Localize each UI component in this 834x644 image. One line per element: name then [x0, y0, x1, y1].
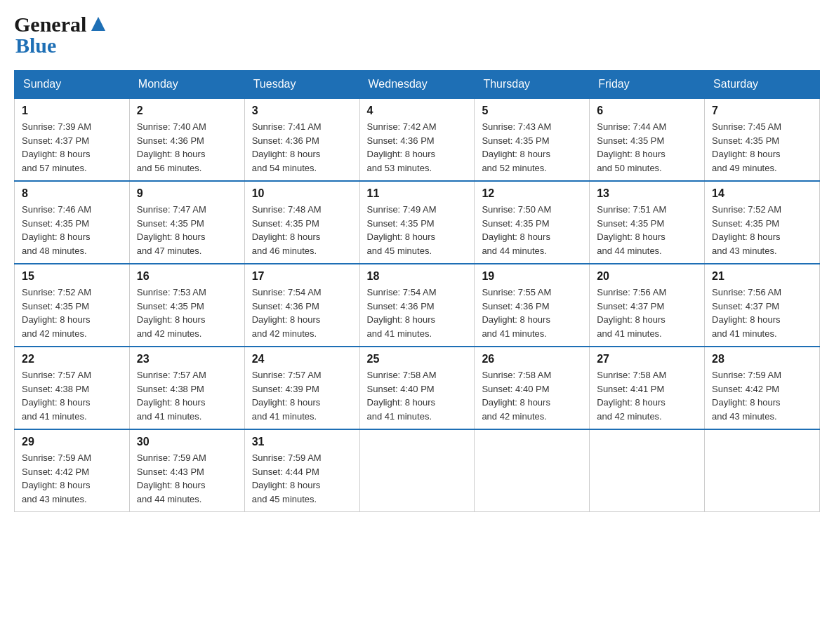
day-number: 1 — [22, 105, 122, 117]
calendar-day-20: 20 Sunrise: 7:56 AMSunset: 4:37 PMDaylig… — [590, 264, 705, 347]
calendar-day-7: 7 Sunrise: 7:45 AMSunset: 4:35 PMDayligh… — [705, 98, 820, 181]
calendar-header-thursday: Thursday — [475, 71, 590, 99]
calendar-day-5: 5 Sunrise: 7:43 AMSunset: 4:35 PMDayligh… — [475, 98, 590, 181]
calendar-header-monday: Monday — [129, 71, 244, 99]
day-info: Sunrise: 7:39 AMSunset: 4:37 PMDaylight:… — [22, 121, 91, 173]
day-number: 31 — [252, 436, 352, 448]
day-info: Sunrise: 7:59 AMSunset: 4:43 PMDaylight:… — [137, 452, 206, 504]
day-info: Sunrise: 7:44 AMSunset: 4:35 PMDaylight:… — [597, 121, 666, 173]
calendar-empty-cell — [705, 429, 820, 512]
calendar-empty-cell — [475, 429, 590, 512]
calendar-day-11: 11 Sunrise: 7:49 AMSunset: 4:35 PMDaylig… — [359, 181, 475, 264]
calendar-week-row: 15 Sunrise: 7:52 AMSunset: 4:35 PMDaylig… — [15, 264, 820, 347]
day-number: 8 — [22, 187, 122, 200]
calendar-day-30: 30 Sunrise: 7:59 AMSunset: 4:43 PMDaylig… — [129, 429, 244, 512]
calendar-day-8: 8 Sunrise: 7:46 AMSunset: 4:35 PMDayligh… — [15, 181, 130, 264]
day-info: Sunrise: 7:52 AMSunset: 4:35 PMDaylight:… — [712, 204, 781, 256]
day-info: Sunrise: 7:48 AMSunset: 4:35 PMDaylight:… — [252, 204, 322, 256]
day-info: Sunrise: 7:41 AMSunset: 4:36 PMDaylight:… — [252, 121, 322, 173]
day-info: Sunrise: 7:57 AMSunset: 4:38 PMDaylight:… — [22, 370, 91, 422]
day-info: Sunrise: 7:57 AMSunset: 4:39 PMDaylight:… — [252, 370, 322, 422]
day-number: 6 — [597, 105, 697, 117]
calendar-empty-cell — [590, 429, 705, 512]
calendar-empty-cell — [359, 429, 475, 512]
calendar-header-saturday: Saturday — [705, 71, 820, 99]
day-info: Sunrise: 7:59 AMSunset: 4:42 PMDaylight:… — [712, 370, 781, 422]
day-number: 2 — [137, 105, 237, 117]
calendar-day-21: 21 Sunrise: 7:56 AMSunset: 4:37 PMDaylig… — [705, 264, 820, 347]
page-header: General Blue — [14, 14, 820, 56]
calendar-header-wednesday: Wednesday — [359, 71, 475, 99]
day-number: 24 — [252, 353, 352, 365]
calendar-day-23: 23 Sunrise: 7:57 AMSunset: 4:38 PMDaylig… — [129, 347, 244, 429]
day-number: 7 — [712, 105, 812, 117]
day-number: 9 — [137, 187, 237, 200]
day-info: Sunrise: 7:59 AMSunset: 4:44 PMDaylight:… — [252, 452, 322, 504]
day-number: 20 — [597, 270, 697, 283]
day-info: Sunrise: 7:47 AMSunset: 4:35 PMDaylight:… — [137, 204, 206, 256]
day-number: 27 — [597, 353, 697, 365]
day-info: Sunrise: 7:43 AMSunset: 4:35 PMDaylight:… — [482, 121, 551, 173]
calendar-day-1: 1 Sunrise: 7:39 AMSunset: 4:37 PMDayligh… — [15, 98, 130, 181]
day-info: Sunrise: 7:56 AMSunset: 4:37 PMDaylight:… — [597, 287, 666, 339]
calendar-day-3: 3 Sunrise: 7:41 AMSunset: 4:36 PMDayligh… — [244, 98, 359, 181]
calendar-day-28: 28 Sunrise: 7:59 AMSunset: 4:42 PMDaylig… — [705, 347, 820, 429]
day-info: Sunrise: 7:58 AMSunset: 4:40 PMDaylight:… — [482, 370, 551, 422]
day-info: Sunrise: 7:57 AMSunset: 4:38 PMDaylight:… — [137, 370, 206, 422]
day-info: Sunrise: 7:53 AMSunset: 4:35 PMDaylight:… — [137, 287, 206, 339]
day-info: Sunrise: 7:54 AMSunset: 4:36 PMDaylight:… — [367, 287, 437, 339]
day-number: 10 — [252, 187, 352, 200]
calendar-day-9: 9 Sunrise: 7:47 AMSunset: 4:35 PMDayligh… — [129, 181, 244, 264]
day-number: 12 — [482, 187, 582, 200]
calendar-day-31: 31 Sunrise: 7:59 AMSunset: 4:44 PMDaylig… — [244, 429, 359, 512]
calendar-day-24: 24 Sunrise: 7:57 AMSunset: 4:39 PMDaylig… — [244, 347, 359, 429]
day-info: Sunrise: 7:49 AMSunset: 4:35 PMDaylight:… — [367, 204, 437, 256]
calendar-day-18: 18 Sunrise: 7:54 AMSunset: 4:36 PMDaylig… — [359, 264, 475, 347]
day-info: Sunrise: 7:59 AMSunset: 4:42 PMDaylight:… — [22, 452, 91, 504]
calendar-day-25: 25 Sunrise: 7:58 AMSunset: 4:40 PMDaylig… — [359, 347, 475, 429]
day-info: Sunrise: 7:51 AMSunset: 4:35 PMDaylight:… — [597, 204, 666, 256]
calendar-day-12: 12 Sunrise: 7:50 AMSunset: 4:35 PMDaylig… — [475, 181, 590, 264]
calendar-day-26: 26 Sunrise: 7:58 AMSunset: 4:40 PMDaylig… — [475, 347, 590, 429]
day-number: 4 — [367, 105, 468, 117]
day-number: 18 — [367, 270, 468, 283]
logo-blue-text: Blue — [15, 35, 108, 56]
calendar-day-4: 4 Sunrise: 7:42 AMSunset: 4:36 PMDayligh… — [359, 98, 475, 181]
day-info: Sunrise: 7:58 AMSunset: 4:40 PMDaylight:… — [367, 370, 437, 422]
day-number: 26 — [482, 353, 582, 365]
calendar-header-sunday: Sunday — [15, 71, 130, 99]
logo-general-text: General — [14, 14, 86, 35]
logo: General Blue — [14, 14, 108, 56]
day-number: 19 — [482, 270, 582, 283]
day-number: 22 — [22, 353, 122, 365]
calendar-header-row: SundayMondayTuesdayWednesdayThursdayFrid… — [15, 71, 820, 99]
day-number: 21 — [712, 270, 812, 283]
day-info: Sunrise: 7:40 AMSunset: 4:36 PMDaylight:… — [137, 121, 206, 173]
calendar-day-14: 14 Sunrise: 7:52 AMSunset: 4:35 PMDaylig… — [705, 181, 820, 264]
logo-arrow-icon — [88, 14, 108, 34]
calendar-day-19: 19 Sunrise: 7:55 AMSunset: 4:36 PMDaylig… — [475, 264, 590, 347]
day-number: 13 — [597, 187, 697, 200]
day-number: 5 — [482, 105, 582, 117]
day-number: 14 — [712, 187, 812, 200]
day-number: 23 — [137, 353, 237, 365]
day-info: Sunrise: 7:56 AMSunset: 4:37 PMDaylight:… — [712, 287, 781, 339]
day-number: 30 — [137, 436, 237, 448]
day-info: Sunrise: 7:58 AMSunset: 4:41 PMDaylight:… — [597, 370, 666, 422]
calendar-header-friday: Friday — [590, 71, 705, 99]
day-info: Sunrise: 7:50 AMSunset: 4:35 PMDaylight:… — [482, 204, 551, 256]
day-info: Sunrise: 7:46 AMSunset: 4:35 PMDaylight:… — [22, 204, 91, 256]
calendar-week-row: 22 Sunrise: 7:57 AMSunset: 4:38 PMDaylig… — [15, 347, 820, 429]
day-info: Sunrise: 7:45 AMSunset: 4:35 PMDaylight:… — [712, 121, 781, 173]
calendar-header-tuesday: Tuesday — [244, 71, 359, 99]
day-number: 25 — [367, 353, 468, 365]
calendar-day-17: 17 Sunrise: 7:54 AMSunset: 4:36 PMDaylig… — [244, 264, 359, 347]
calendar-day-22: 22 Sunrise: 7:57 AMSunset: 4:38 PMDaylig… — [15, 347, 130, 429]
day-info: Sunrise: 7:54 AMSunset: 4:36 PMDaylight:… — [252, 287, 322, 339]
day-number: 3 — [252, 105, 352, 117]
day-info: Sunrise: 7:42 AMSunset: 4:36 PMDaylight:… — [367, 121, 437, 173]
calendar-table: SundayMondayTuesdayWednesdayThursdayFrid… — [14, 70, 820, 512]
calendar-week-row: 8 Sunrise: 7:46 AMSunset: 4:35 PMDayligh… — [15, 181, 820, 264]
day-number: 17 — [252, 270, 352, 283]
calendar-week-row: 29 Sunrise: 7:59 AMSunset: 4:42 PMDaylig… — [15, 429, 820, 512]
